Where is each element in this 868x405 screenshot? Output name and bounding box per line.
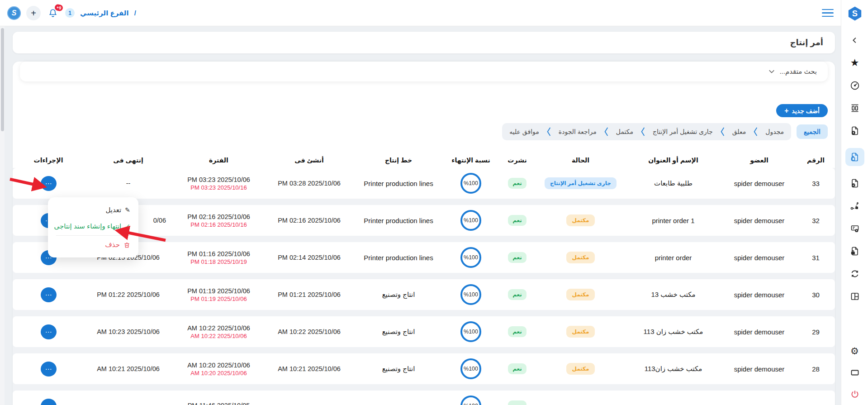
filter-item[interactable]: مراجعة الجودة bbox=[559, 128, 597, 135]
breadcrumb-separator: / bbox=[134, 9, 136, 17]
sync-icon[interactable] bbox=[846, 268, 864, 279]
cell-number: 33 bbox=[797, 168, 835, 199]
hamburger-menu-icon[interactable] bbox=[822, 9, 834, 17]
cell-status: مكتمل bbox=[536, 279, 625, 310]
scrollbar-thumb[interactable] bbox=[1, 28, 4, 131]
add-new-button[interactable]: أضف جديد + bbox=[776, 104, 828, 117]
cell-published: نعم bbox=[498, 168, 536, 199]
quick-add-button[interactable]: + bbox=[26, 6, 41, 20]
left-scrollbar[interactable] bbox=[0, 26, 5, 405]
row-actions-button[interactable]: ⋯ bbox=[41, 176, 57, 191]
cell-name: مكتب خشب 13 bbox=[625, 279, 722, 310]
approved-document-icon[interactable] bbox=[846, 178, 864, 189]
workflow-route-icon[interactable] bbox=[846, 200, 864, 211]
production-order-document-icon[interactable] bbox=[845, 148, 864, 166]
filter-item[interactable]: مكتمل bbox=[616, 128, 633, 135]
filter-item[interactable]: مجدول bbox=[765, 128, 784, 135]
table-row: 30 spider demouser مكتب خشب 13 مكتمل نعم… bbox=[13, 279, 835, 310]
column-header: نشرت bbox=[498, 157, 536, 164]
filter-item[interactable]: معلق bbox=[732, 128, 746, 135]
row-actions-button[interactable]: ⋯ bbox=[41, 287, 57, 302]
column-header: أنشئ فى bbox=[265, 157, 353, 164]
pos-printer-icon[interactable] bbox=[846, 223, 864, 234]
cell-number: 30 bbox=[797, 279, 835, 310]
cell-period: PM 11:46 2025/10/05 bbox=[172, 391, 265, 405]
main-area: S + +9 1 الفرع الرئيسي / أمر إنتاج بحث م… bbox=[0, 0, 841, 405]
column-header: الفترة bbox=[172, 157, 265, 164]
column-header: العضو bbox=[722, 157, 797, 164]
cell-status bbox=[536, 391, 625, 405]
ellipsis-icon: ⋯ bbox=[45, 180, 52, 187]
cell-created-at: AM 10:22 2025/10/06 bbox=[265, 316, 353, 347]
toolbar-row: أضف جديد + bbox=[20, 104, 828, 117]
page-title: أمر إنتاج bbox=[790, 38, 823, 48]
cell-status: مكتمل bbox=[536, 316, 625, 347]
filter-item[interactable]: موافق عليه bbox=[509, 128, 539, 135]
collapse-chevron-icon[interactable] bbox=[846, 35, 864, 46]
cell-created-at: PM 02:14 2025/10/06 bbox=[265, 242, 353, 273]
hr-document-icon[interactable] bbox=[846, 246, 864, 257]
cell-member bbox=[722, 391, 797, 405]
filter-group: مجدول معلق جارى تشغيل أمر الإنتاج مكتمل … bbox=[502, 123, 791, 140]
filter-item[interactable]: جارى تشغيل أمر الإنتاج bbox=[653, 128, 713, 135]
columns-icon[interactable] bbox=[846, 103, 864, 114]
cell-status: مكتمل bbox=[536, 353, 625, 384]
layout-grid-icon[interactable] bbox=[846, 291, 864, 302]
filter-all-active[interactable]: الجميع bbox=[797, 124, 828, 139]
cell-production-line: انتاج وتصنيع bbox=[353, 353, 444, 384]
cell-member: spider demouser bbox=[722, 168, 797, 199]
window-icon[interactable] bbox=[846, 367, 864, 378]
published-badge: نعم bbox=[508, 215, 526, 226]
top-bar: S + +9 1 الفرع الرئيسي / bbox=[0, 0, 841, 26]
chevron-separator-icon bbox=[546, 126, 552, 138]
menu-item-pencil[interactable]: ✎ تعديل bbox=[56, 202, 130, 218]
cell-name: printer order bbox=[625, 242, 722, 273]
sidebar-nav: ★ bbox=[841, 35, 868, 302]
content-card: بحث متقدم... أضف جديد + الجميع مجدول معل… bbox=[13, 62, 835, 405]
favorites-star-icon[interactable]: ★ bbox=[846, 57, 864, 68]
chevron-separator-icon bbox=[720, 126, 726, 138]
table-row: 29 spider demouser مكتب خشب زان 113 مكتم… bbox=[13, 316, 835, 347]
plus-icon: + bbox=[784, 107, 788, 115]
notifications-bell-icon[interactable]: +9 bbox=[46, 6, 60, 20]
cell-status: مكتمل bbox=[536, 242, 625, 273]
cell-progress: %100 bbox=[444, 391, 498, 405]
row-actions-button[interactable]: ⋯ bbox=[41, 362, 57, 376]
progress-ring: %100 bbox=[460, 358, 481, 379]
sidebar-bottom: ⚙ bbox=[846, 345, 864, 405]
cell-production-line: Printer production lines bbox=[353, 168, 444, 199]
chevron-separator-icon bbox=[640, 126, 646, 138]
status-badge: جارى تشغيل أمر الإنتاج bbox=[545, 177, 617, 189]
cell-number: 31 bbox=[797, 242, 835, 273]
cell-actions: ⋯ bbox=[13, 391, 84, 405]
published-badge: نعم bbox=[508, 363, 526, 374]
invoice-document-icon[interactable] bbox=[846, 125, 864, 136]
row-actions-button[interactable]: ⋯ bbox=[41, 399, 57, 405]
row-actions-button[interactable]: ⋯ bbox=[41, 324, 57, 339]
cell-published: نعم bbox=[498, 205, 536, 236]
advanced-search-toggle[interactable]: بحث متقدم... bbox=[20, 62, 828, 81]
power-icon[interactable] bbox=[846, 389, 864, 400]
cell-period: PM 03:23 2025/10/06PM 03:23 2025/10/16 bbox=[172, 168, 265, 199]
menu-item-check[interactable]: ✓ إنتهاء وإنشاء سند إنتاجى bbox=[56, 218, 130, 234]
chevron-separator-icon bbox=[603, 126, 609, 138]
cell-member: spider demouser bbox=[722, 316, 797, 347]
cell-status: مكتمل bbox=[536, 205, 625, 236]
app-logo-round[interactable]: S bbox=[7, 6, 21, 20]
ellipsis-icon: ⋯ bbox=[45, 403, 52, 405]
cell-name bbox=[625, 391, 722, 405]
page-title-card: أمر إنتاج bbox=[13, 32, 835, 53]
menu-item-trash[interactable]: حذف bbox=[56, 237, 130, 253]
cell-name: printer order 1 bbox=[625, 205, 722, 236]
cell-progress: %100 bbox=[444, 279, 498, 310]
status-badge: مكتمل bbox=[566, 289, 594, 300]
cell-actions: ⋯ bbox=[13, 168, 84, 199]
dashboard-gauge-icon[interactable] bbox=[846, 80, 864, 91]
column-header: الحالة bbox=[536, 157, 625, 164]
published-badge: نعم bbox=[508, 400, 526, 405]
settings-gear-icon[interactable]: ⚙ bbox=[846, 345, 864, 356]
ellipsis-icon: ⋯ bbox=[45, 329, 52, 335]
status-badge: مكتمل bbox=[566, 252, 594, 263]
breadcrumb-label[interactable]: الفرع الرئيسي bbox=[80, 9, 129, 17]
cell-created-at: PM 02:16 2025/10/06 bbox=[265, 205, 353, 236]
